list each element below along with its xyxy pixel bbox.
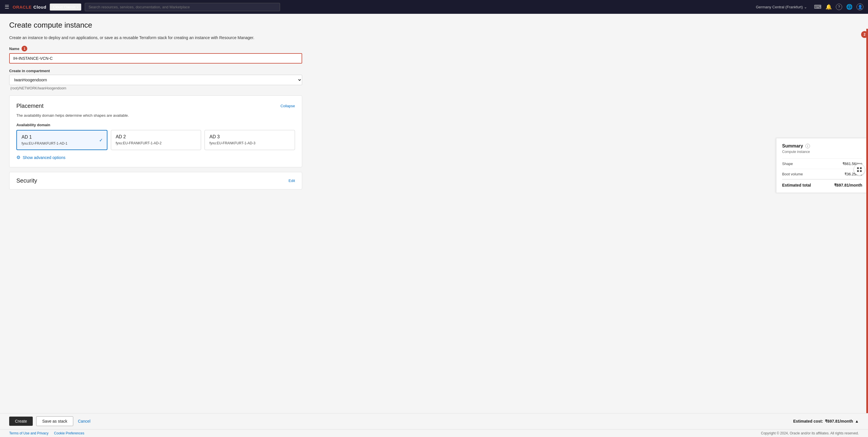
bell-icon[interactable]: 🔔: [826, 4, 832, 10]
collapse-link[interactable]: Collapse: [280, 104, 295, 108]
boot-volume-label: Boot volume: [782, 172, 803, 176]
help-icon[interactable]: ?: [836, 4, 842, 10]
compartment-select[interactable]: IwanHoogendoorn: [9, 75, 302, 85]
estimated-total-label: Estimated total: [782, 183, 811, 187]
cookie-link[interactable]: Cookie Preferences: [54, 431, 84, 435]
ad-card-1[interactable]: AD 1 fyxu:EU-FRANKFURT-1-AD-1 ✓: [17, 130, 107, 150]
footer: Terms of Use and Privacy Cookie Preferen…: [0, 429, 868, 437]
estimated-cost: Estimated cost: ₹697.81/month ▲: [793, 419, 859, 424]
summary-shape-row: Shape ₹661.56/mo: [782, 158, 862, 169]
chevron-up-icon[interactable]: ▲: [855, 419, 859, 424]
svg-rect-2: [857, 170, 859, 172]
summary-title: Summary: [782, 143, 803, 149]
name-badge: 1: [22, 46, 27, 52]
page-title: Create compute instance: [9, 21, 859, 30]
ad2-name: AD 2: [116, 134, 196, 140]
security-edit-link[interactable]: Edit: [289, 178, 295, 183]
ad-card-2[interactable]: AD 2 fyxu:EU-FRANKFURT-1-AD-2: [111, 130, 202, 150]
svg-rect-1: [860, 167, 862, 169]
summary-info-icon[interactable]: i: [805, 144, 810, 148]
terms-link[interactable]: Terms of Use and Privacy: [9, 431, 49, 435]
instance-name-input[interactable]: [9, 53, 302, 63]
copyright-text: Copyright © 2024, Oracle and/or its affi…: [761, 431, 859, 435]
compartment-label: Create in compartment: [9, 69, 302, 73]
ad1-name: AD 1: [22, 135, 102, 140]
ad1-check-icon: ✓: [99, 138, 103, 143]
ad3-detail: fyxu:EU-FRANKFURT-1-AD-3: [209, 141, 290, 145]
console-icon[interactable]: ⌨: [814, 4, 822, 10]
form-area: Name 1 Create in compartment IwanHoogend…: [9, 46, 302, 194]
user-icon[interactable]: 👤: [857, 3, 863, 10]
step-2-badge: 2: [861, 31, 868, 38]
availability-domain-label: Availability domain: [17, 123, 295, 127]
show-advanced-link[interactable]: Show advanced options: [23, 155, 65, 160]
name-field-group: Name 1: [9, 46, 302, 63]
show-advanced-options[interactable]: ⚙ Show advanced options: [17, 155, 295, 160]
save-as-stack-button[interactable]: Save as stack: [36, 416, 73, 426]
svg-rect-0: [857, 167, 859, 169]
summary-boot-volume-row: Boot volume ₹36.25/mo: [782, 169, 862, 179]
summary-header: Summary i: [782, 143, 862, 149]
top-navigation: ☰ ORACLE Cloud Cloud Classic › Germany C…: [0, 0, 868, 14]
ad1-detail: fyxu:EU-FRANKFURT-1-AD-1: [22, 141, 102, 145]
bottom-actions-bar: Create Save as stack Cancel Estimated co…: [0, 413, 868, 429]
svg-rect-3: [860, 170, 862, 172]
cancel-button[interactable]: Cancel: [77, 416, 92, 426]
summary-subtitle: Compute instance: [782, 150, 862, 154]
globe-icon[interactable]: 🌐: [846, 4, 852, 10]
security-section: Security Edit: [9, 172, 302, 190]
name-label: Name 1: [9, 46, 302, 52]
placement-header: Placement Collapse: [17, 103, 295, 109]
compartment-hint: (root)/NETWORK/IwanHoogendoorn: [9, 86, 302, 90]
compartment-field-group: Create in compartment IwanHoogendoorn (r…: [9, 69, 302, 90]
nav-icons: ⌨ 🔔 ? 🌐 👤: [814, 3, 863, 10]
create-button[interactable]: Create: [9, 416, 33, 426]
summary-panel: Summary i Compute instance Shape ₹661.56…: [776, 138, 868, 193]
red-border-indicator: [866, 29, 868, 422]
availability-domain-grid: AD 1 fyxu:EU-FRANKFURT-1-AD-1 ✓ AD 2 fyx…: [17, 130, 295, 150]
ad3-name: AD 3: [209, 134, 290, 140]
app-grid-icon[interactable]: [854, 164, 865, 175]
summary-total-row: Estimated total ₹697.81/month: [782, 179, 862, 187]
main-content: Create compute instance Create an instan…: [0, 14, 868, 437]
cloud-classic-button[interactable]: Cloud Classic ›: [50, 3, 81, 11]
search-input[interactable]: [85, 3, 280, 11]
placement-description: The availability domain helps determine …: [17, 113, 295, 118]
footer-links: Terms of Use and Privacy Cookie Preferen…: [9, 431, 84, 435]
placement-section: Placement Collapse The availability doma…: [9, 95, 302, 167]
sliders-icon: ⚙: [17, 155, 21, 160]
ad-card-3[interactable]: AD 3 fyxu:EU-FRANKFURT-1-AD-3: [205, 130, 295, 150]
ad2-detail: fyxu:EU-FRANKFURT-1-AD-2: [116, 141, 196, 145]
oracle-text: ORACLE: [13, 5, 32, 9]
brand-logo: ORACLE Cloud: [13, 5, 46, 9]
region-selector[interactable]: Germany Central (Frankfurt) ⌄: [756, 5, 807, 9]
placement-title: Placement: [17, 103, 44, 109]
cloud-text: Cloud: [33, 5, 46, 9]
hamburger-menu-icon[interactable]: ☰: [5, 4, 9, 10]
estimated-total-value: ₹697.81/month: [834, 183, 862, 187]
shape-label: Shape: [782, 162, 793, 166]
security-title: Security: [17, 177, 37, 184]
estimated-cost-label: Estimated cost:: [793, 419, 823, 424]
estimated-cost-value: ₹697.81/month: [825, 419, 853, 424]
page-description: Create an instance to deploy and run app…: [9, 35, 268, 40]
